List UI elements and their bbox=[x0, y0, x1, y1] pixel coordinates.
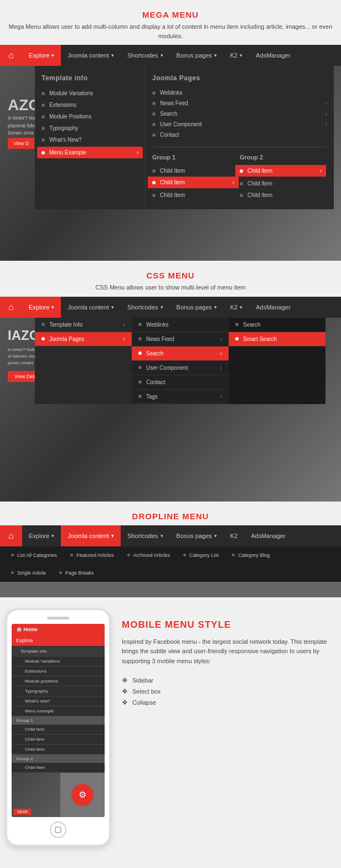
phone-module-positions[interactable]: Module positions bbox=[12, 676, 105, 686]
phone-module-variations[interactable]: Module Variations bbox=[12, 657, 105, 666]
mega-col-template: Template info Module Variations Extensio… bbox=[35, 66, 146, 209]
css-col1: Template Info› Joomla Pages› bbox=[35, 318, 132, 404]
selectbox-label: Select box bbox=[132, 688, 161, 695]
phone-child-item3[interactable]: Child item bbox=[12, 745, 105, 755]
dropline-bonus[interactable]: Bonus pages ▾ bbox=[170, 525, 224, 546]
phone-home-button[interactable] bbox=[50, 822, 66, 838]
mobile-style-sidebar: ❖ Sidebar bbox=[122, 675, 335, 686]
phone-typography[interactable]: Typography bbox=[12, 686, 105, 696]
css-user-component[interactable]: User Component› bbox=[132, 361, 229, 375]
dropline-joomla-active[interactable]: Joomla content ▾ bbox=[61, 525, 121, 546]
joomla-pages-area: Joomla Pages Weblinks News Feed› Search›… bbox=[152, 74, 327, 147]
css-navbar-joomla[interactable]: Joomla content ▾ bbox=[61, 297, 121, 318]
phone-child-item2[interactable]: Child item bbox=[12, 735, 105, 745]
mega-menu-preview: ⌂ Explore ▾ Joomla content ▾ Shortcodes … bbox=[0, 45, 341, 261]
phone-template-info[interactable]: Template info bbox=[12, 647, 105, 657]
group2-item3[interactable]: Child Item bbox=[240, 189, 322, 201]
page-weblinks[interactable]: Weblinks bbox=[152, 87, 327, 98]
page-search[interactable]: Search› bbox=[152, 108, 327, 119]
dropline-ads[interactable]: AdsManager bbox=[244, 525, 292, 546]
dropline-category-blog[interactable]: Category Blog bbox=[225, 546, 276, 564]
dropline-home-icon[interactable]: ⌂ bbox=[0, 525, 22, 546]
group2-item2[interactable]: Child Item bbox=[240, 178, 322, 189]
css-smart-search-active[interactable]: Smart Search bbox=[229, 332, 326, 347]
phone-extensions[interactable]: Extensions bbox=[12, 666, 105, 676]
phone-home-bar: 🏠 Home bbox=[12, 624, 105, 635]
phone-image: ⚙ bbox=[60, 773, 105, 817]
phone-image-area: ⚙ SEAR bbox=[12, 773, 105, 817]
navbar-k2[interactable]: K2 ▾ bbox=[224, 45, 249, 66]
mobile-menu-title: MOBILE MENU STYLE bbox=[122, 619, 335, 631]
menu-example[interactable]: Menu Example› bbox=[37, 147, 143, 158]
mobile-text-content: MOBILE MENU STYLE Inspired by Facebook m… bbox=[122, 608, 335, 709]
collapse-label: Collapse bbox=[132, 699, 156, 706]
css-tags[interactable]: Tags› bbox=[132, 390, 229, 404]
page-news-feed[interactable]: News Feed› bbox=[152, 98, 327, 108]
dropline-k2[interactable]: K2 bbox=[224, 525, 244, 546]
home-icon[interactable]: ⌂ bbox=[0, 45, 22, 66]
dropline-category-list[interactable]: Category List bbox=[177, 546, 225, 564]
phone-whats-new[interactable]: What's new? bbox=[12, 696, 105, 706]
dropline-page-breaks[interactable]: Page Breaks bbox=[53, 564, 101, 582]
menu-extensions[interactable]: Extensions bbox=[42, 99, 138, 111]
css-news-feed[interactable]: News Feed› bbox=[132, 332, 229, 347]
css-weblinks[interactable]: Weblinks bbox=[132, 318, 229, 332]
mega-menu-section: MEGA MENU Mega Menu allows user to add m… bbox=[0, 0, 341, 261]
menu-typography[interactable]: Typography bbox=[42, 122, 138, 134]
css-menu-section: CSS MENU CSS Menu allows user to show mu… bbox=[0, 261, 341, 502]
dropline-submenu1: List All Categories Featured Articles Ar… bbox=[0, 546, 341, 564]
css-navbar-bonus[interactable]: Bonus pages ▾ bbox=[170, 297, 224, 318]
group1-col: Group 1 Child Item Child Item› Child Ite… bbox=[152, 154, 240, 201]
navbar-ads[interactable]: AdsManager bbox=[249, 45, 297, 66]
phone-search-btn[interactable]: SEAR bbox=[14, 809, 31, 815]
navbar-explore[interactable]: Explore ▾ bbox=[22, 45, 61, 66]
view-details-button[interactable]: View D bbox=[8, 138, 34, 149]
css-contact[interactable]: Contact bbox=[132, 375, 229, 390]
phone-menu-example[interactable]: Menu example bbox=[12, 706, 105, 716]
css-navbar-explore[interactable]: Explore ▾ bbox=[22, 297, 61, 318]
mobile-style-selectbox: ❖ Select box bbox=[122, 686, 335, 697]
menu-module-positions[interactable]: Module Positions bbox=[42, 111, 138, 122]
group1-item2-active[interactable]: Child Item› bbox=[148, 177, 239, 188]
menu-module-variations[interactable]: Module Variations bbox=[42, 87, 138, 99]
page-user-component[interactable]: User Component› bbox=[152, 119, 327, 130]
group1-title: Group 1 bbox=[152, 154, 234, 161]
dropline-archived[interactable]: Archived Articles bbox=[121, 546, 177, 564]
dropline-title: DROPLINE MENU bbox=[6, 512, 335, 521]
css-navbar-ads[interactable]: AdsManager bbox=[249, 297, 297, 318]
css-navbar-shortcodes[interactable]: Shortcodes ▾ bbox=[121, 297, 170, 318]
mobile-section-content: 🏠 Home Explore Template info Module Vari… bbox=[0, 597, 341, 857]
navbar-bonus[interactable]: Bonus pages ▾ bbox=[170, 45, 224, 66]
group2-item1-active[interactable]: Child Item› bbox=[235, 165, 326, 177]
css-joomla-pages-active[interactable]: Joomla Pages› bbox=[35, 332, 132, 347]
phone-explore[interactable]: Explore bbox=[12, 635, 105, 646]
phone-child-item4[interactable]: Child Item bbox=[12, 763, 105, 773]
css-col2: Weblinks News Feed› Search› User Compone… bbox=[132, 318, 229, 404]
page-contact[interactable]: Contact bbox=[152, 130, 327, 140]
css-search-item[interactable]: Search bbox=[229, 318, 326, 332]
navbar-joomla[interactable]: Joomla content ▾ bbox=[61, 45, 121, 66]
css-home-icon[interactable]: ⌂ bbox=[0, 297, 22, 318]
phone-bottom bbox=[12, 822, 105, 838]
phone-child-item1[interactable]: Child Item bbox=[12, 725, 105, 735]
menu-whats-new[interactable]: What's New? bbox=[42, 134, 138, 146]
dropline-featured[interactable]: Featured Articles bbox=[64, 546, 121, 564]
css-menu-desc: CSS Menu allows user to show multi-level… bbox=[6, 283, 335, 292]
css-navbar-k2[interactable]: K2 ▾ bbox=[224, 297, 249, 318]
fleur-icon-1: ❖ bbox=[122, 676, 128, 684]
mega-menu-demo: ⌂ Explore ▾ Joomla content ▾ Shortcodes … bbox=[0, 45, 341, 261]
dropline-shortcodes[interactable]: Shortcodes ▾ bbox=[121, 525, 170, 546]
dropline-title-area: DROPLINE MENU bbox=[0, 502, 341, 525]
css-col3: Search Smart Search bbox=[229, 318, 326, 404]
mega-col-joomla: Joomla Pages Weblinks News Feed› Search›… bbox=[146, 66, 334, 209]
group1-item3[interactable]: Child Item bbox=[152, 189, 234, 201]
navbar-shortcodes[interactable]: Shortcodes ▾ bbox=[121, 45, 170, 66]
group2-title: Group 2 bbox=[240, 154, 322, 161]
group1-item1[interactable]: Child Item bbox=[152, 165, 234, 177]
dropline-single-article[interactable]: Single Article bbox=[4, 564, 53, 582]
css-template-info[interactable]: Template Info› bbox=[35, 318, 132, 332]
mega-dropdown: Template info Module Variations Extensio… bbox=[35, 66, 334, 209]
css-search-active[interactable]: Search› bbox=[132, 347, 229, 361]
dropline-explore[interactable]: Explore ▾ bbox=[22, 525, 61, 546]
dropline-list-categories[interactable]: List All Categories bbox=[4, 546, 64, 564]
